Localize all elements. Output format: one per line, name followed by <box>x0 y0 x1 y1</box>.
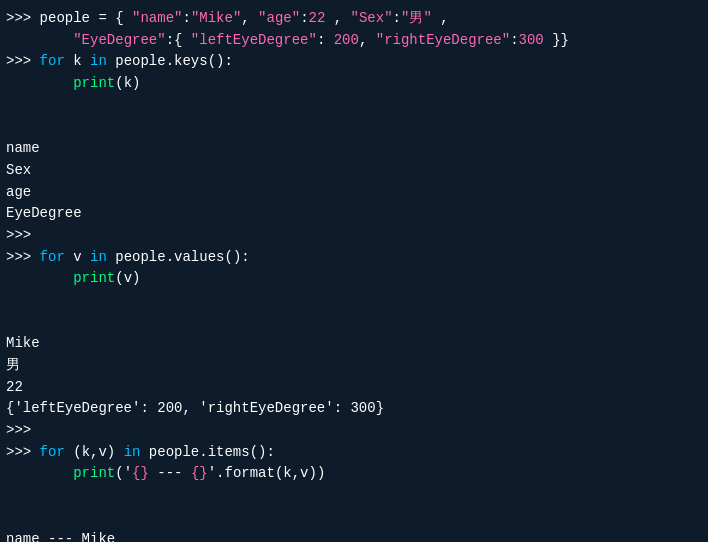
token: EyeDegree <box>6 203 82 225</box>
token: 22 <box>6 377 23 399</box>
token: "男" <box>401 8 432 30</box>
terminal: >>> people = { "name":"Mike", "age":22 ,… <box>0 0 708 542</box>
token: = { <box>90 8 132 30</box>
output-line: Mike <box>6 333 702 355</box>
token: in <box>90 51 107 73</box>
token: {'leftEyeDegree': 200, 'rightEyeDegree':… <box>6 398 384 420</box>
token: "EyeDegree" <box>73 30 165 52</box>
token: : <box>510 30 518 52</box>
token: >>> <box>6 8 40 30</box>
token: people <box>40 8 90 30</box>
code-line: >>> for (k,v) in people.items(): <box>6 442 702 464</box>
token: k <box>65 51 90 73</box>
token: print <box>73 463 115 485</box>
blank-line <box>6 312 702 334</box>
token: Mike <box>6 333 40 355</box>
token: "name" <box>132 8 182 30</box>
token <box>6 268 73 290</box>
output-line: EyeDegree <box>6 203 702 225</box>
code-line: print(k) <box>6 73 702 95</box>
token: name --- Mike <box>6 529 115 543</box>
token: 300 <box>519 30 544 52</box>
code-line: >>> for k in people.keys(): <box>6 51 702 73</box>
token: (k) <box>115 73 140 95</box>
blank-line <box>6 290 702 312</box>
token: , <box>241 8 258 30</box>
token: 200 <box>334 30 359 52</box>
token: {} <box>191 463 208 485</box>
token: people.items(): <box>140 442 274 464</box>
token: (k,v) <box>65 442 124 464</box>
token: age <box>6 182 31 204</box>
token: : <box>317 30 334 52</box>
code-line: >>> <box>6 225 702 247</box>
code-line: >>> people = { "name":"Mike", "age":22 ,… <box>6 8 702 30</box>
code-line: >>> for v in people.values(): <box>6 247 702 269</box>
token: {} <box>132 463 149 485</box>
token: "Mike" <box>191 8 241 30</box>
token: for <box>40 442 65 464</box>
token: >>> <box>6 420 40 442</box>
token: >>> <box>6 442 40 464</box>
token: print <box>73 268 115 290</box>
token: : <box>300 8 308 30</box>
token: , <box>325 8 350 30</box>
token: >>> <box>6 247 40 269</box>
token: "leftEyeDegree" <box>191 30 317 52</box>
token: :{ <box>166 30 191 52</box>
code-line: >>> <box>6 420 702 442</box>
token: name <box>6 138 40 160</box>
token: v <box>65 247 90 269</box>
blank-line <box>6 507 702 529</box>
token: >>> <box>6 225 40 247</box>
token: print <box>73 73 115 95</box>
token: }} <box>544 30 569 52</box>
token: for <box>40 247 65 269</box>
output-line: name --- Mike <box>6 529 702 543</box>
token: 男 <box>6 355 20 377</box>
blank-line <box>6 485 702 507</box>
token: "age" <box>258 8 300 30</box>
token: --- <box>149 463 191 485</box>
output-line: name <box>6 138 702 160</box>
token <box>6 30 73 52</box>
token <box>6 463 73 485</box>
token: (' <box>115 463 132 485</box>
output-line: 男 <box>6 355 702 377</box>
token <box>6 73 73 95</box>
token: in <box>124 442 141 464</box>
token: '.format(k,v)) <box>208 463 326 485</box>
token: , <box>432 8 449 30</box>
output-line: Sex <box>6 160 702 182</box>
token: >>> <box>6 51 40 73</box>
token: "rightEyeDegree" <box>376 30 510 52</box>
token: people.values(): <box>107 247 250 269</box>
token: in <box>90 247 107 269</box>
blank-line <box>6 116 702 138</box>
code-line: "EyeDegree":{ "leftEyeDegree": 200, "rig… <box>6 30 702 52</box>
code-line: print('{} --- {}'.format(k,v)) <box>6 463 702 485</box>
token: Sex <box>6 160 31 182</box>
token: : <box>182 8 190 30</box>
output-line: 22 <box>6 377 702 399</box>
output-line: age <box>6 182 702 204</box>
code-line: print(v) <box>6 268 702 290</box>
blank-line <box>6 95 702 117</box>
output-line: {'leftEyeDegree': 200, 'rightEyeDegree':… <box>6 398 702 420</box>
token: : <box>393 8 401 30</box>
token: (v) <box>115 268 140 290</box>
token: "Sex" <box>351 8 393 30</box>
token: , <box>359 30 376 52</box>
token: for <box>40 51 65 73</box>
token: people.keys(): <box>107 51 233 73</box>
token: 22 <box>309 8 326 30</box>
